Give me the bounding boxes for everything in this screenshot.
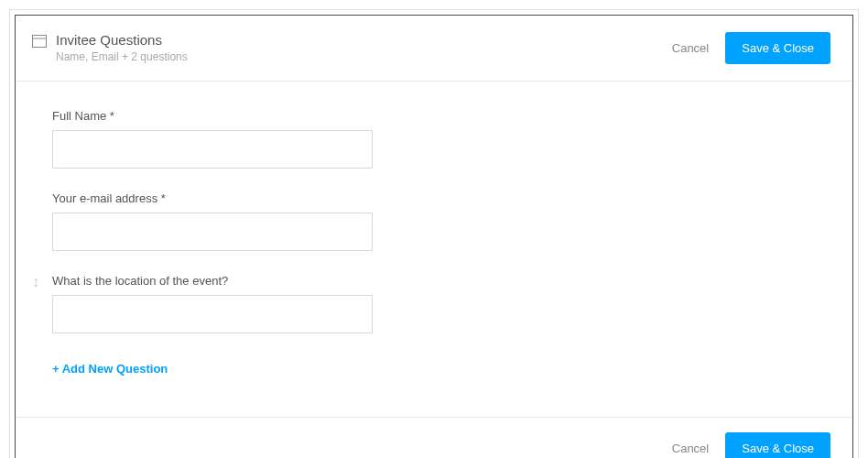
form-body: Full Name * Your e-mail address * ↕ What… bbox=[16, 82, 852, 417]
full-name-input[interactable] bbox=[52, 130, 373, 169]
save-close-button-bottom[interactable]: Save & Close bbox=[725, 432, 830, 458]
header-actions: Cancel Save & Close bbox=[672, 32, 830, 64]
drag-handle-icon[interactable]: ↕ bbox=[32, 274, 39, 290]
field-label-full-name: Full Name * bbox=[52, 109, 836, 123]
cancel-button-bottom[interactable]: Cancel bbox=[672, 442, 709, 455]
question-row-location: ↕ What is the location of the event? bbox=[52, 274, 836, 333]
question-row-full-name: Full Name * bbox=[52, 109, 836, 169]
svg-rect-0 bbox=[33, 36, 47, 48]
modal-header: Invitee Questions Name, Email + 2 questi… bbox=[16, 16, 852, 82]
header-left: Invitee Questions Name, Email + 2 questi… bbox=[32, 32, 188, 63]
header-texts: Invitee Questions Name, Email + 2 questi… bbox=[56, 32, 188, 63]
location-input[interactable] bbox=[52, 295, 373, 333]
header-subtitle: Name, Email + 2 questions bbox=[56, 50, 188, 63]
save-close-button-top[interactable]: Save & Close bbox=[725, 32, 830, 64]
add-question-link[interactable]: + Add New Question bbox=[52, 362, 168, 376]
header-title: Invitee Questions bbox=[56, 32, 188, 48]
modal-footer: Cancel Save & Close bbox=[16, 417, 852, 458]
modal-outer: Invitee Questions Name, Email + 2 questi… bbox=[9, 9, 859, 458]
form-icon bbox=[32, 35, 47, 48]
question-row-email: Your e-mail address * bbox=[52, 191, 836, 251]
field-label-email: Your e-mail address * bbox=[52, 191, 836, 205]
email-input[interactable] bbox=[52, 213, 373, 251]
cancel-button-top[interactable]: Cancel bbox=[672, 41, 709, 55]
field-label-location: What is the location of the event? bbox=[52, 274, 836, 288]
modal-panel: Invitee Questions Name, Email + 2 questi… bbox=[15, 15, 853, 458]
